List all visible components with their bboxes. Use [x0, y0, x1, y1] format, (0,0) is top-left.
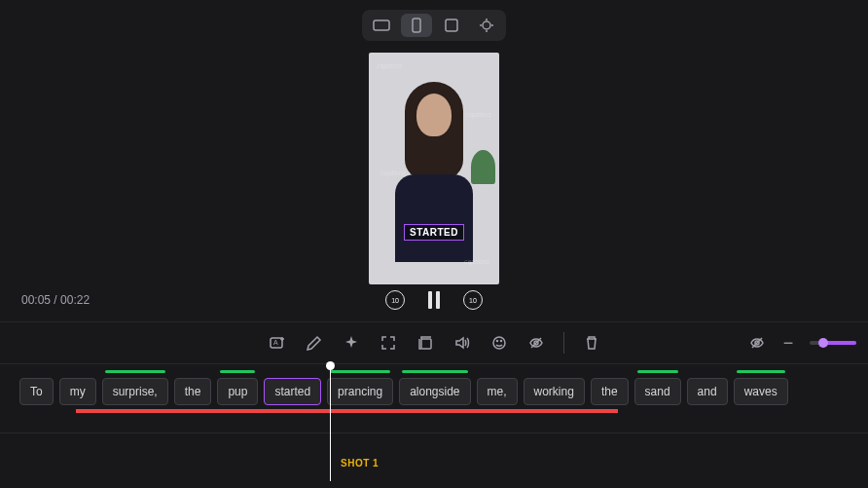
aspect-ratio-group — [362, 10, 506, 41]
word-chip[interactable]: waves — [734, 378, 788, 405]
skip-back-button[interactable]: 10 — [385, 290, 405, 310]
word-chip[interactable]: working — [524, 378, 585, 405]
aspect-original-button[interactable] — [471, 14, 502, 37]
hide-icon[interactable] — [747, 333, 767, 353]
word-chip[interactable]: me, — [477, 378, 518, 405]
word-chip[interactable]: the — [591, 378, 629, 405]
word-marker — [637, 370, 678, 373]
pause-button[interactable] — [428, 291, 440, 309]
svg-text:A: A — [273, 339, 278, 346]
svg-rect-2 — [446, 19, 457, 31]
svg-rect-0 — [374, 20, 389, 30]
svg-point-13 — [493, 337, 505, 349]
word-marker — [737, 370, 785, 373]
toolbar: A − — [0, 321, 868, 364]
toolbar-center: A — [268, 332, 601, 354]
word-chip[interactable]: pup — [217, 378, 258, 405]
svg-point-15 — [500, 341, 501, 342]
word-chip[interactable]: and — [687, 378, 728, 405]
toolbar-separator — [563, 332, 564, 354]
word-marker — [220, 370, 255, 373]
toolbar-right: − — [747, 333, 856, 353]
svg-point-14 — [496, 341, 497, 342]
aspect-landscape-button[interactable] — [366, 14, 397, 37]
word-track: Tomysurprise,thepupstartedprancingalongs… — [0, 378, 868, 405]
preview-area: STARTED captions captions captions capti… — [0, 0, 868, 321]
visibility-button[interactable] — [526, 333, 546, 353]
zoom-out-button[interactable]: − — [778, 333, 798, 353]
word-marker — [330, 370, 390, 373]
word-chip[interactable]: To — [19, 378, 54, 405]
aspect-portrait-button[interactable] — [401, 14, 432, 37]
emoji-button[interactable] — [489, 333, 509, 353]
svg-rect-1 — [413, 19, 420, 32]
word-chip[interactable]: the — [174, 378, 212, 405]
word-chip[interactable]: prancing — [327, 378, 393, 405]
add-caption-button[interactable]: A — [268, 333, 287, 353]
word-marker — [105, 370, 165, 373]
word-chip[interactable]: sand — [634, 378, 681, 405]
svg-rect-12 — [421, 339, 431, 349]
expand-button[interactable] — [379, 333, 398, 353]
playhead[interactable] — [330, 364, 331, 481]
background-plant — [471, 150, 495, 184]
svg-point-3 — [483, 21, 490, 29]
word-chip[interactable]: my — [59, 378, 96, 405]
selection-underline — [76, 409, 618, 413]
zoom-slider[interactable] — [810, 341, 856, 345]
watermark: captions — [466, 111, 491, 118]
person-figure — [405, 82, 463, 179]
timeline-area[interactable]: Tomysurprise,thepupstartedprancingalongs… — [0, 364, 868, 488]
word-chip[interactable]: surprise, — [102, 378, 168, 405]
watermark: captions — [380, 169, 406, 176]
word-marker — [402, 370, 467, 373]
edit-button[interactable] — [305, 333, 324, 353]
shot-label[interactable]: SHOT 1 — [341, 458, 379, 469]
sparkle-button[interactable] — [342, 333, 361, 353]
aspect-square-button[interactable] — [436, 14, 467, 37]
caption-overlay: STARTED — [404, 224, 464, 241]
watermark: captions — [377, 62, 402, 69]
skip-forward-button[interactable]: 10 — [463, 290, 483, 310]
timeline-divider — [0, 432, 868, 433]
video-preview[interactable]: STARTED captions captions captions capti… — [369, 53, 499, 284]
delete-button[interactable] — [582, 333, 601, 353]
playback-row: 00:05 / 00:22 10 10 — [0, 290, 868, 310]
play-controls: 10 10 — [385, 290, 483, 310]
volume-button[interactable] — [452, 333, 472, 353]
word-chip[interactable]: alongside — [399, 378, 470, 405]
layers-button[interactable] — [416, 333, 435, 353]
time-display: 00:05 / 00:22 — [21, 293, 90, 307]
word-chip[interactable]: started — [264, 378, 321, 405]
